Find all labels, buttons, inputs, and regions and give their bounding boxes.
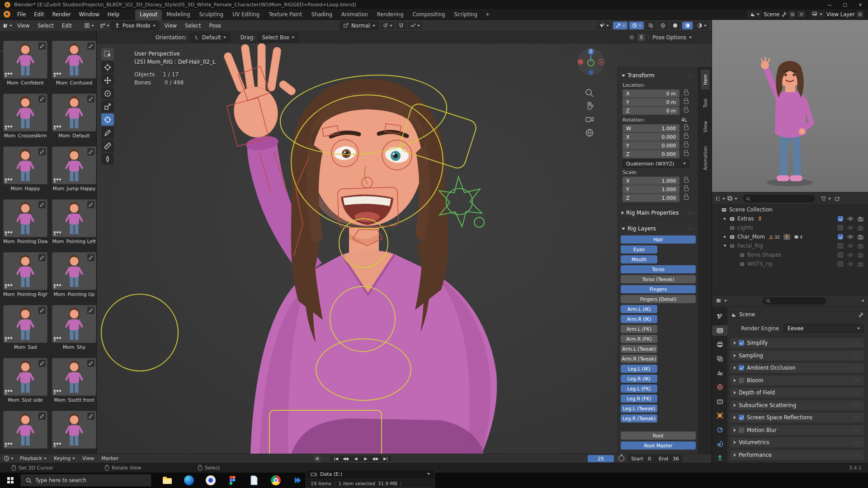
gizmos-toggle[interactable] — [613, 22, 627, 29]
panel-checkbox[interactable] — [739, 427, 744, 433]
asset-thumbnail[interactable] — [3, 358, 47, 396]
object-tab-icon[interactable] — [712, 411, 727, 421]
panel-grip-icon[interactable]: :::: — [688, 74, 694, 78]
edit-pose-icon[interactable] — [38, 254, 46, 261]
asset-item[interactable]: Mom_Jump Happy — [52, 146, 96, 199]
rotate-tool[interactable] — [101, 87, 114, 99]
proportional-editing-dropdown[interactable] — [408, 22, 422, 29]
drag-dropdown[interactable]: Select Box — [259, 33, 298, 42]
rig-main-properties-panel[interactable]: Rig Main Properties :::: — [618, 208, 698, 218]
editor-type-chevron-icon[interactable] — [9, 25, 12, 27]
selectable-checkbox[interactable] — [838, 261, 843, 267]
hide-eye-icon[interactable] — [847, 262, 854, 266]
start-frame-field[interactable]: Start0 — [627, 455, 655, 462]
editor-type-chevron-icon[interactable] — [11, 458, 14, 460]
timeline-menu-item[interactable]: Playback — [16, 455, 50, 461]
panel-grip-icon[interactable]: :::: — [854, 453, 860, 457]
edit-pose-icon[interactable] — [87, 413, 94, 420]
panel-grip-icon[interactable]: :::: — [854, 378, 860, 382]
maximize-button[interactable]: □ — [837, 0, 853, 9]
outliner-item-label[interactable]: Char_Mom — [737, 234, 765, 240]
rig-layer-button[interactable]: Arm.L (Tweak) — [621, 345, 657, 353]
timeline-menu-item[interactable]: View — [79, 455, 98, 461]
outliner-row[interactable]: ▶ Extras — [712, 214, 868, 223]
hide-eye-icon[interactable] — [847, 216, 854, 221]
current-frame-field[interactable]: 25 — [588, 455, 614, 462]
lock-icon[interactable] — [684, 152, 689, 156]
rig-layer-button[interactable]: Arm.R (IK) — [621, 315, 657, 323]
camera-view-icon[interactable] — [585, 115, 594, 124]
transform-tool[interactable] — [101, 113, 114, 126]
viewport-editor-icon[interactable] — [99, 23, 105, 28]
transform-orientation-dropdown[interactable]: Normal — [340, 21, 379, 30]
pin-icon[interactable] — [781, 11, 787, 17]
rig-layer-button[interactable]: Mouth — [621, 255, 657, 263]
world-tab-icon[interactable] — [712, 382, 727, 392]
rig-layer-button[interactable]: Arm.L (FK) — [621, 325, 657, 333]
extra-tool[interactable] — [101, 153, 114, 165]
hide-eye-icon[interactable] — [847, 253, 854, 257]
asset-item[interactable]: Mom_Ssst side — [3, 358, 47, 411]
shading-rendered-button[interactable] — [694, 22, 709, 29]
edit-pose-icon[interactable] — [87, 254, 94, 261]
asset-thumbnail[interactable] — [3, 94, 47, 131]
auto-keyframe-button[interactable] — [314, 455, 321, 462]
render-camera-icon[interactable] — [858, 235, 863, 239]
render-engine-dropdown[interactable]: Eevee — [783, 324, 864, 333]
edit-pose-icon[interactable] — [38, 95, 46, 103]
edit-pose-icon[interactable] — [87, 42, 94, 50]
asset-menu-item[interactable]: View — [13, 21, 33, 30]
edit-pose-icon[interactable] — [87, 307, 94, 314]
rig-layer-button[interactable]: Arm.R (FK) — [621, 335, 657, 343]
viewport-canvas[interactable]: User Perspective (25) Mom_RIG : Def-Hair… — [97, 43, 712, 454]
render-tab-icon[interactable] — [712, 325, 727, 335]
chevron-down-icon[interactable] — [427, 473, 430, 475]
viewport-menu-item[interactable]: Select — [181, 21, 205, 30]
output-tab-icon[interactable] — [712, 340, 727, 350]
constraints-tab-icon[interactable] — [712, 425, 727, 435]
shading-solid-button[interactable] — [670, 22, 680, 29]
rotation-field[interactable]: X0.000 — [623, 133, 679, 141]
properties-panel-header[interactable]: Sampling :::: — [730, 351, 864, 361]
asset-item[interactable]: Mom_Shy — [52, 305, 96, 358]
jump-to-end-button[interactable]: ▶| — [381, 456, 390, 461]
preview-viewport[interactable] — [712, 20, 868, 192]
rig-layer-button[interactable]: Root Master — [621, 441, 696, 450]
asset-item[interactable]: Mom_Default — [52, 94, 96, 146]
lock-icon[interactable] — [684, 100, 689, 104]
scale-tool[interactable] — [101, 100, 114, 113]
outliner-item-label[interactable]: Extras — [737, 216, 754, 222]
asset-item[interactable]: Mom_Confident — [3, 41, 47, 94]
mode-dropdown[interactable]: Pose Mode — [111, 21, 159, 30]
sidebar-tab[interactable]: View — [701, 117, 710, 137]
viewport-menu-item[interactable]: View — [160, 21, 181, 30]
properties-panel-header[interactable]: Simplify :::: — [730, 338, 864, 348]
properties-panel-header[interactable]: Ambient Occlusion :::: — [730, 363, 864, 373]
properties-panel-header[interactable]: Depth of Field :::: — [730, 388, 864, 398]
asset-thumbnail[interactable] — [52, 41, 96, 79]
asset-thumbnail[interactable] — [52, 358, 96, 396]
panel-grip-icon[interactable]: :::: — [854, 366, 860, 370]
measure-tool[interactable] — [101, 140, 114, 152]
edge-browser-icon[interactable] — [178, 473, 200, 488]
file-explorer-icon[interactable] — [156, 473, 178, 488]
workspace-tab[interactable]: Shading — [307, 9, 337, 20]
filter-funnel-icon[interactable] — [821, 196, 826, 202]
asset-item[interactable]: Mom_Pointing Down — [3, 199, 47, 252]
display-size-icon[interactable] — [84, 23, 90, 28]
outliner-row[interactable]: WGTS_rig — [712, 259, 868, 268]
end-frame-field[interactable]: End36 — [655, 455, 683, 462]
new-collection-button[interactable] — [833, 195, 842, 202]
cursor-tool[interactable] — [101, 61, 114, 73]
properties-panel-header[interactable]: Motion Blur :::: — [730, 425, 864, 435]
explorer-window-fragment[interactable]: Data (E:) 19 items | 1 item selected 31.… — [306, 469, 435, 488]
blender-menu-icon[interactable] — [4, 11, 10, 18]
rig-layer-button[interactable]: Eyes — [621, 245, 657, 253]
rig-layer-button[interactable]: Leg.R (IK) — [621, 375, 657, 383]
render-camera-icon[interactable] — [858, 216, 863, 221]
hide-eye-icon[interactable] — [847, 225, 854, 230]
asset-thumbnail[interactable] — [3, 41, 47, 79]
properties-panel-header[interactable]: Subsurface Scattering :::: — [730, 400, 864, 410]
asset-thumbnail[interactable] — [3, 146, 47, 184]
zoom-icon[interactable] — [585, 89, 594, 98]
